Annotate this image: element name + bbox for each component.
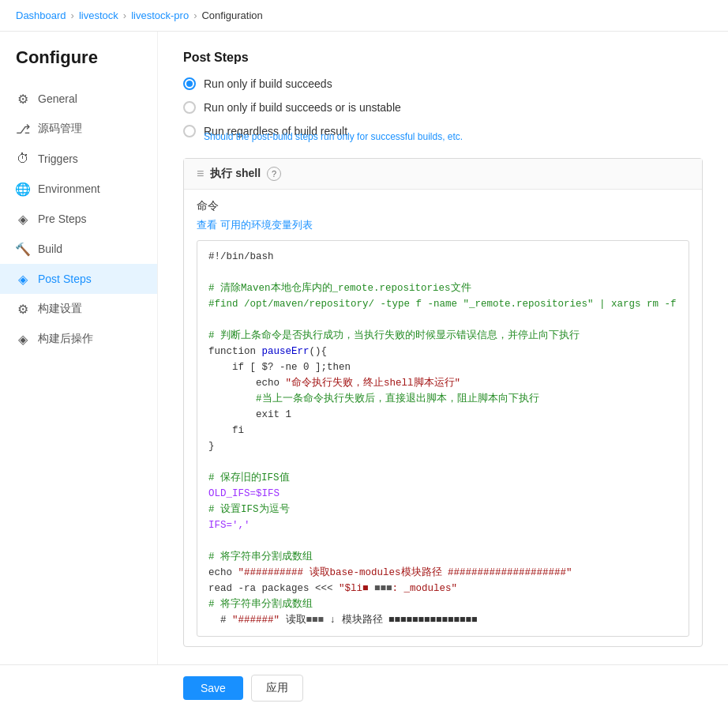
sidebar-item-build-settings[interactable]: ⚙ 构建设置 — [0, 294, 157, 324]
radio-circle-success-only — [183, 77, 196, 90]
command-label: 命令 — [197, 199, 689, 213]
shell-body: 命令 查看 可用的环境变量列表 #!/bin/bash # 清除Maven本地仓… — [184, 190, 702, 646]
sidebar-item-environment[interactable]: 🌐 Environment — [0, 174, 157, 204]
shell-help-icon[interactable]: ? — [267, 167, 281, 181]
triggers-icon: ⏱ — [16, 152, 30, 166]
sidebar-item-post-steps[interactable]: ◈ Post Steps — [0, 264, 157, 294]
pre-steps-icon: ◈ — [16, 212, 30, 226]
sidebar-label-environment: Environment — [38, 182, 100, 195]
sidebar-item-general[interactable]: ⚙ General — [0, 84, 157, 114]
save-button[interactable]: Save — [183, 676, 243, 700]
post-steps-icon: ◈ — [16, 272, 30, 286]
sidebar-label-general: General — [38, 92, 77, 105]
breadcrumb: Dashboard › livestock › livestock-pro › … — [0, 0, 728, 32]
breadcrumb-dashboard[interactable]: Dashboard — [16, 9, 66, 21]
radio-label-success-only: Run only if build succeeds — [204, 77, 332, 90]
build-icon: 🔨 — [16, 242, 30, 256]
post-build-icon: ◈ — [16, 332, 30, 346]
apply-button[interactable]: 应用 — [251, 675, 303, 702]
sidebar-title: Configure — [0, 47, 157, 84]
bottom-bar: Save 应用 — [0, 664, 728, 711]
radio-group: Run only if build succeeds Run only if b… — [183, 77, 703, 142]
radio-hint: Should the post-build steps run only for… — [204, 131, 703, 142]
breadcrumb-sep-2: › — [123, 9, 126, 21]
breadcrumb-livestock-pro[interactable]: livestock-pro — [131, 9, 189, 21]
shell-title: 执行 shell — [210, 167, 261, 181]
breadcrumb-sep-3: › — [193, 9, 197, 21]
sidebar-label-build-settings: 构建设置 — [38, 302, 82, 316]
radio-label-success-or-unstable: Run only if build succeeds or is unstabl… — [204, 101, 401, 114]
sidebar: Configure ⚙ General ⎇ 源码管理 ⏱ Triggers 🌐 … — [0, 32, 158, 711]
radio-success-only[interactable]: Run only if build succeeds — [183, 77, 703, 90]
shell-block: ≡ 执行 shell ? 命令 查看 可用的环境变量列表 #!/bin/bash… — [183, 158, 703, 647]
post-steps-title: Post Steps — [183, 51, 703, 65]
radio-circle-regardless — [183, 125, 196, 137]
sidebar-label-build: Build — [38, 243, 62, 255]
breadcrumb-sep-1: › — [71, 9, 74, 21]
shell-header: ≡ 执行 shell ? — [184, 159, 702, 190]
code-editor[interactable]: #!/bin/bash # 清除Maven本地仓库内的_remote.repos… — [197, 240, 689, 637]
env-vars-link[interactable]: 查看 可用的环境变量列表 — [197, 218, 313, 232]
sidebar-label-source: 源码管理 — [38, 122, 82, 136]
sidebar-item-pre-steps[interactable]: ◈ Pre Steps — [0, 204, 157, 234]
sidebar-label-triggers: Triggers — [38, 152, 78, 165]
main-content: Post Steps Run only if build succeeds Ru… — [158, 32, 728, 711]
breadcrumb-livestock[interactable]: livestock — [79, 9, 118, 21]
radio-success-or-unstable[interactable]: Run only if build succeeds or is unstabl… — [183, 101, 703, 114]
sidebar-item-build[interactable]: 🔨 Build — [0, 234, 157, 264]
radio-circle-success-or-unstable — [183, 101, 196, 114]
sidebar-label-pre-steps: Pre Steps — [38, 213, 86, 225]
sidebar-label-post-steps: Post Steps — [38, 273, 92, 285]
general-icon: ⚙ — [16, 92, 30, 106]
breadcrumb-configuration: Configuration — [201, 9, 262, 21]
source-icon: ⎇ — [16, 122, 30, 136]
radio-regardless-wrapper: Run regardless of build result Should th… — [183, 125, 703, 142]
environment-icon: 🌐 — [16, 182, 30, 196]
build-settings-icon: ⚙ — [16, 302, 30, 316]
sidebar-label-post-build: 构建后操作 — [38, 332, 93, 346]
drag-icon: ≡ — [197, 167, 204, 181]
sidebar-item-triggers[interactable]: ⏱ Triggers — [0, 144, 157, 174]
sidebar-item-post-build[interactable]: ◈ 构建后操作 — [0, 324, 157, 354]
sidebar-item-source[interactable]: ⎇ 源码管理 — [0, 114, 157, 144]
